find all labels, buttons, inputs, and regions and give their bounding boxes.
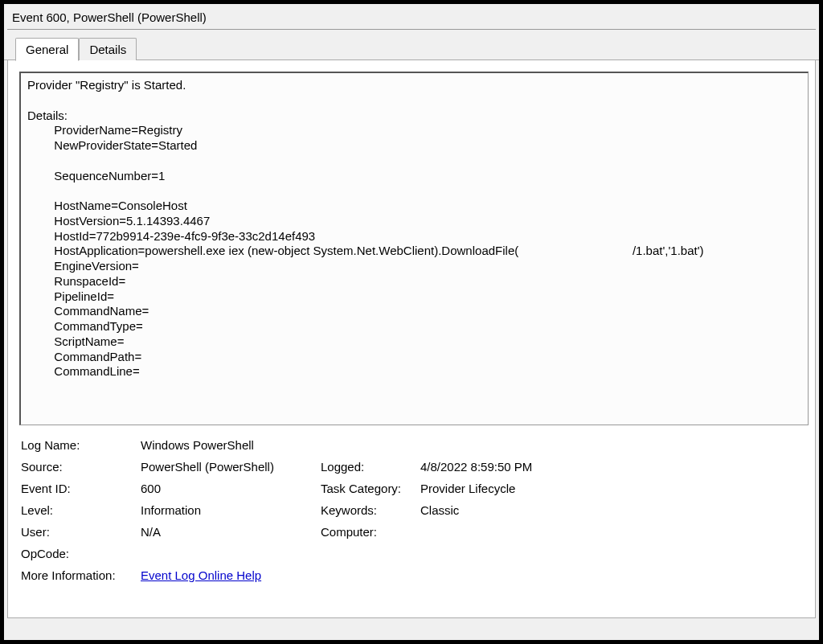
- event-metadata-grid: Log Name: Windows PowerShell Source: Pow…: [19, 438, 809, 582]
- log-name-value: Windows PowerShell: [141, 438, 809, 452]
- logged-value: 4/8/2022 8:59:50 PM: [420, 460, 809, 474]
- event-log-online-help-link[interactable]: Event Log Online Help: [141, 568, 261, 582]
- computer-value: [420, 525, 809, 539]
- level-value: Information: [141, 503, 317, 517]
- task-category-label: Task Category:: [321, 482, 417, 495]
- event-id-value: 600: [141, 482, 317, 495]
- log-name-label: Log Name:: [21, 438, 137, 452]
- more-info-label: More Information:: [21, 568, 137, 582]
- logged-label: Logged:: [321, 460, 417, 474]
- tab-details[interactable]: Details: [79, 38, 137, 60]
- task-category-value: Provider Lifecycle: [420, 482, 809, 495]
- keywords-value: Classic: [420, 503, 809, 517]
- source-value: PowerShell (PowerShell): [141, 460, 317, 474]
- event-description-textbox[interactable]: Provider "Registry" is Started. Details:…: [19, 72, 809, 425]
- opcode-label: OpCode:: [21, 547, 137, 560]
- user-value: N/A: [141, 525, 317, 539]
- more-info-value: Event Log Online Help: [141, 568, 809, 582]
- window-frame: Event 600, PowerShell (PowerShell) Gener…: [0, 0, 823, 644]
- tab-general[interactable]: General: [15, 38, 79, 61]
- event-properties-panel: Event 600, PowerShell (PowerShell) Gener…: [4, 4, 819, 640]
- user-label: User:: [21, 525, 137, 539]
- tab-content-general: Provider "Registry" is Started. Details:…: [7, 60, 816, 618]
- computer-label: Computer:: [321, 525, 417, 539]
- source-label: Source:: [21, 460, 137, 474]
- opcode-value: [141, 547, 809, 560]
- keywords-label: Keywords:: [321, 503, 417, 517]
- tab-strip: General Details: [4, 30, 819, 60]
- level-label: Level:: [21, 503, 137, 517]
- event-title: Event 600, PowerShell (PowerShell): [4, 4, 819, 29]
- event-id-label: Event ID:: [21, 482, 137, 495]
